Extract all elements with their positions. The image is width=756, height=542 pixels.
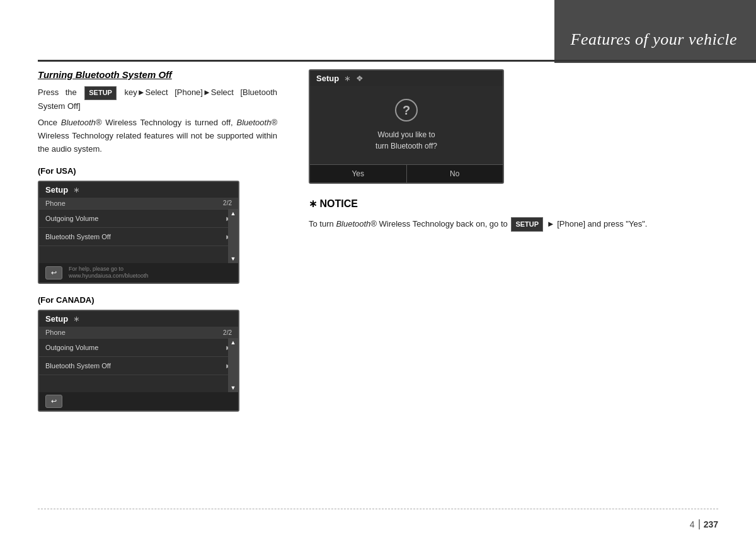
section-number: 4 — [690, 519, 700, 529]
usa-rows-container: Outgoing Volume ► Bluetooth System Off ►… — [39, 209, 238, 263]
notice-text-1: To turn — [309, 219, 334, 229]
page-title: Features of your vehicle — [571, 30, 737, 49]
dialog-bt-icon: ∗ — [344, 74, 351, 83]
canada-screen: Setup ∗ Phone 2/2 Outgoing Volume ► Blue… — [38, 310, 239, 412]
usa-page-num: 2/2 — [223, 200, 232, 206]
usa-screen-footer: ↩ For help, please go to www.hyundaiusa.… — [39, 263, 238, 283]
bt-icon-canada: ∗ — [73, 314, 80, 324]
usa-screen: Setup ∗ Phone 2/2 Outgoing Volume ► Blue… — [38, 181, 239, 284]
dialog-buttons: Yes No — [310, 164, 503, 183]
dialog-question-text: Would you like to turn Bluetooth off? — [375, 129, 437, 152]
bluetooth-brand: Bluetooth® — [61, 118, 102, 127]
usa-scrollbar: ▲ ▼ — [228, 209, 238, 263]
left-column: Turning Bluetooth System Off Press the S… — [38, 69, 277, 423]
notice-section: ∗ NOTICE To turn Bluetooth® Wireless Tec… — [309, 198, 718, 232]
canada-scroll-down: ▼ — [231, 385, 236, 391]
canada-btoff-text: Bluetooth System Off — [45, 362, 111, 370]
for-usa-label: (For USA) — [38, 166, 277, 176]
press-text: Press the — [38, 88, 77, 97]
usa-back-btn: ↩ — [45, 266, 62, 279]
dialog-title: Setup — [316, 74, 339, 83]
usa-btoff-text: Bluetooth System Off — [45, 233, 111, 240]
usa-screen-header: Setup ∗ — [39, 182, 238, 198]
canada-row-bt-off: Bluetooth System Off ► — [39, 356, 238, 375]
usa-row-bt-off: Bluetooth System Off ► — [39, 227, 238, 246]
usa-row-outgoing: Outgoing Volume ► — [39, 209, 238, 227]
canada-back-btn: ↩ — [45, 395, 62, 408]
usa-scroll-down: ▼ — [231, 256, 236, 262]
usa-outgoing-text: Outgoing Volume — [45, 215, 98, 222]
dialog-screen: Setup ∗ ❖ ? Would you like to turn Bluet… — [309, 69, 504, 184]
main-content: Turning Bluetooth System Off Press the S… — [38, 69, 718, 504]
dialog-screen-header: Setup ∗ ❖ — [310, 71, 503, 86]
page-number-area: 4 237 — [690, 519, 718, 529]
body-text-once: Once Bluetooth® Wireless Technology is t… — [38, 116, 277, 155]
once-text: Once — [38, 118, 57, 127]
usa-scroll-up: ▲ — [231, 210, 236, 217]
for-canada-label: (For CANADA) — [38, 295, 277, 305]
question-icon: ? — [395, 99, 418, 121]
canada-screen-footer: ↩ — [39, 392, 238, 410]
features-text: Wireless Technology related features wil… — [38, 131, 277, 154]
notice-text-3: ► [Phone] and press "Yes". — [547, 219, 648, 229]
notice-title: ∗ NOTICE — [309, 198, 718, 210]
bluetooth-brand-2: Bluetooth® — [236, 118, 277, 127]
usa-row-empty — [39, 246, 238, 263]
usa-rows-inner: Outgoing Volume ► Bluetooth System Off ► — [39, 209, 238, 263]
wireless-text: Wireless Technology is turned off, — [105, 118, 233, 127]
canada-screen-header: Setup ∗ — [39, 311, 238, 327]
header: Features of your vehicle — [0, 0, 756, 63]
canada-screen-title: Setup — [45, 314, 68, 324]
usa-help-text: For help, please go to www.hyundaiusa.co… — [69, 266, 149, 280]
dialog-usb-icon: ❖ — [356, 74, 364, 83]
dialog-body: ? Would you like to turn Bluetooth off? — [310, 86, 503, 164]
notice-text-2: Wireless Technology back on, go to — [379, 219, 508, 229]
canada-row-outgoing: Outgoing Volume ► — [39, 338, 238, 356]
canada-outgoing-text: Outgoing Volume — [45, 344, 98, 351]
bt-icon-usa: ∗ — [73, 185, 80, 195]
usa-phone-label: Phone — [45, 200, 66, 207]
page-num: 237 — [700, 519, 718, 529]
header-line — [38, 60, 756, 62]
bottom-divider — [38, 509, 718, 509]
usa-screen-subheader: Phone 2/2 — [39, 198, 238, 209]
intro-text: Press the SETUP key►Select [Phone]►Selec… — [38, 86, 277, 113]
canada-screen-subheader: Phone 2/2 — [39, 327, 238, 338]
notice-setup-badge: SETUP — [511, 217, 543, 232]
canada-scrollbar: ▲ ▼ — [228, 338, 238, 392]
setup-badge-inline: SETUP — [84, 86, 117, 100]
canada-rows-container: Outgoing Volume ► Bluetooth System Off ►… — [39, 338, 238, 392]
section-title: Turning Bluetooth System Off — [38, 69, 277, 80]
canada-rows-inner: Outgoing Volume ► Bluetooth System Off ► — [39, 338, 238, 392]
right-column: Setup ∗ ❖ ? Would you like to turn Bluet… — [309, 69, 718, 232]
dialog-yes-button[interactable]: Yes — [310, 164, 407, 183]
usa-screen-title: Setup — [45, 185, 68, 195]
notice-bluetooth: Bluetooth® — [336, 219, 377, 229]
notice-body: To turn Bluetooth® Wireless Technology b… — [309, 217, 718, 232]
canada-page-num: 2/2 — [223, 329, 232, 336]
canada-row-empty — [39, 375, 238, 392]
canada-scroll-up: ▲ — [231, 339, 236, 346]
canada-phone-label: Phone — [45, 329, 66, 336]
dialog-no-button[interactable]: No — [407, 164, 503, 183]
